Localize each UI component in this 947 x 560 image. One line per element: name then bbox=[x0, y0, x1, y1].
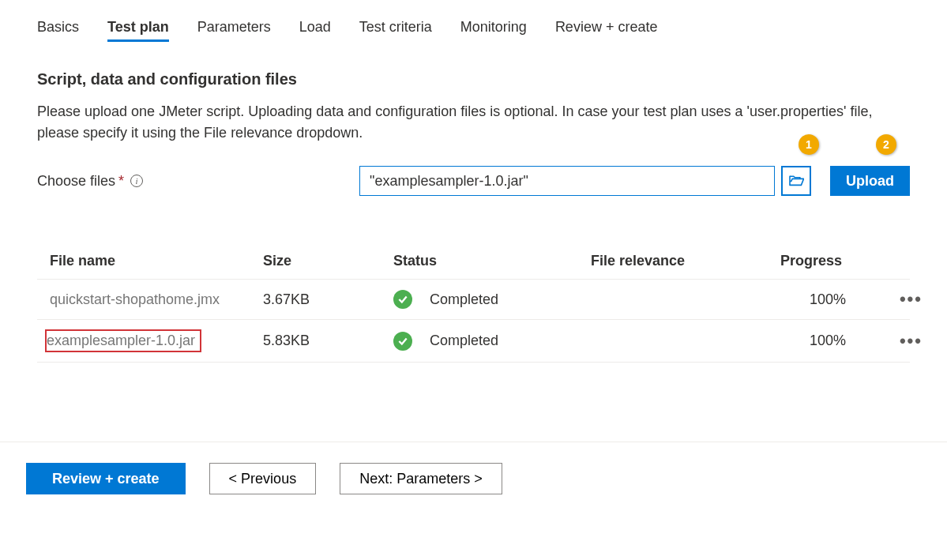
file-name-cell: quickstart-shopathome.jmx bbox=[50, 291, 263, 308]
check-circle-icon bbox=[393, 332, 412, 351]
highlighted-file-name: examplesampler-1.0.jar bbox=[45, 329, 201, 352]
status-text: Completed bbox=[430, 333, 498, 349]
upload-button[interactable]: Upload bbox=[830, 166, 910, 196]
check-circle-icon bbox=[393, 290, 412, 309]
col-file-name[interactable]: File name bbox=[50, 253, 263, 269]
file-size-cell: 5.83KB bbox=[263, 333, 393, 349]
col-progress[interactable]: Progress bbox=[780, 253, 875, 269]
tab-basics[interactable]: Basics bbox=[37, 16, 79, 39]
tab-monitoring[interactable]: Monitoring bbox=[460, 16, 527, 39]
file-path-input[interactable] bbox=[359, 166, 775, 196]
folder-open-icon bbox=[788, 174, 804, 189]
section-title: Script, data and configuration files bbox=[37, 70, 910, 88]
previous-button[interactable]: < Previous bbox=[209, 463, 317, 494]
file-size-cell: 3.67KB bbox=[263, 291, 393, 308]
choose-files-label-text: Choose files bbox=[37, 173, 115, 190]
file-progress-cell: 100% bbox=[780, 333, 875, 349]
file-status-cell: Completed bbox=[393, 290, 591, 309]
table-row: examplesampler-1.0.jar 5.83KB Completed … bbox=[37, 320, 910, 363]
required-asterisk: * bbox=[118, 173, 124, 190]
file-chooser-row: Choose files * i Upload 1 2 bbox=[37, 166, 910, 196]
col-file-relevance[interactable]: File relevance bbox=[591, 253, 780, 269]
file-status-cell: Completed bbox=[393, 332, 591, 351]
file-progress-cell: 100% bbox=[780, 291, 875, 308]
browse-button[interactable] bbox=[781, 166, 811, 196]
next-button[interactable]: Next: Parameters > bbox=[340, 463, 502, 494]
tabs-bar: Basics Test plan Parameters Load Test cr… bbox=[37, 16, 910, 39]
section-description: Please upload one JMeter script. Uploadi… bbox=[37, 101, 874, 144]
footer-buttons: Review + create < Previous Next: Paramet… bbox=[26, 463, 910, 494]
footer-divider bbox=[0, 442, 947, 442]
tab-test-criteria[interactable]: Test criteria bbox=[359, 16, 432, 39]
uploaded-files-table: File name Size Status File relevance Pro… bbox=[37, 243, 910, 363]
table-header-row: File name Size Status File relevance Pro… bbox=[37, 243, 910, 280]
file-name-cell: examplesampler-1.0.jar bbox=[50, 329, 263, 352]
col-size[interactable]: Size bbox=[263, 253, 393, 269]
table-row: quickstart-shopathome.jmx 3.67KB Complet… bbox=[37, 280, 910, 320]
tab-test-plan[interactable]: Test plan bbox=[107, 16, 169, 39]
col-status[interactable]: Status bbox=[393, 253, 591, 269]
tab-load[interactable]: Load bbox=[299, 16, 331, 39]
row-menu-button[interactable]: ••• bbox=[875, 331, 923, 351]
callout-badge-2: 2 bbox=[876, 134, 896, 155]
callout-badge-1: 1 bbox=[799, 134, 819, 155]
choose-files-label: Choose files * i bbox=[37, 173, 359, 190]
tab-review-create[interactable]: Review + create bbox=[555, 16, 658, 39]
status-text: Completed bbox=[430, 291, 498, 308]
info-icon[interactable]: i bbox=[130, 175, 143, 187]
row-menu-button[interactable]: ••• bbox=[875, 289, 923, 310]
review-create-button[interactable]: Review + create bbox=[26, 463, 186, 494]
tab-parameters[interactable]: Parameters bbox=[197, 16, 271, 39]
